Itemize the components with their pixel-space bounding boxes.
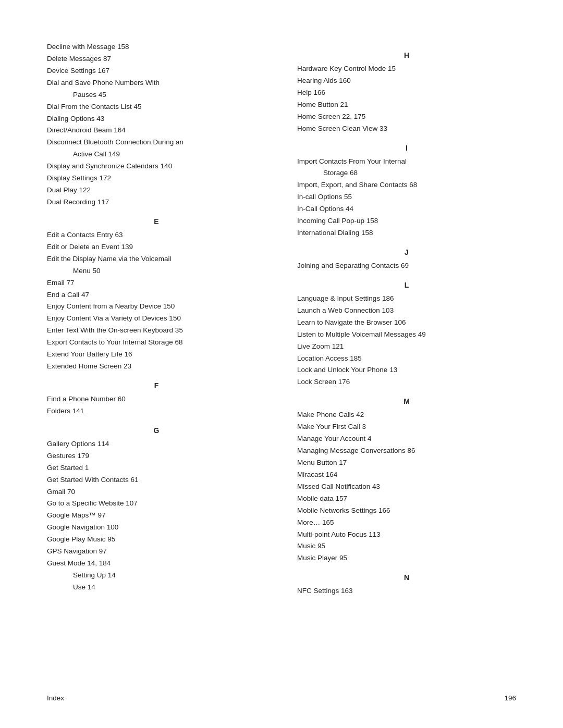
list-item: Dial and Save Phone Numbers With (47, 78, 266, 89)
right-sections: HHardware Key Control Mode 15Hearing Aid… (297, 51, 516, 597)
list-item: Use 14 (47, 582, 266, 593)
list-item: Gestures 179 (47, 451, 266, 462)
top-entries: Decline with Message 158Delete Messages … (47, 42, 266, 208)
list-item: Google Navigation 100 (47, 522, 266, 533)
list-item: Home Screen 22, 175 (297, 112, 516, 122)
list-item: Enter Text With the On-screen Keyboard 3… (47, 325, 266, 336)
list-item: Joining and Separating Contacts 69 (297, 261, 516, 272)
list-item: GPS Navigation 97 (47, 546, 266, 557)
list-item: In-Call Options 44 (297, 204, 516, 215)
section-header: F (47, 381, 266, 390)
list-item: Lock Screen 176 (297, 377, 516, 388)
list-item: Music Player 95 (297, 553, 516, 564)
list-item: Home Button 21 (297, 100, 516, 110)
left-column: Decline with Message 158Delete Messages … (47, 42, 266, 598)
list-item: Make Phone Calls 42 (297, 410, 516, 421)
list-item: International Dialing 158 (297, 228, 516, 239)
list-item: Listen to Multiple Voicemail Messages 49 (297, 329, 516, 340)
section-header: H (297, 51, 516, 59)
left-sections: EEdit a Contacts Entry 63Edit or Delete … (47, 217, 266, 593)
footer-left: Index (47, 694, 64, 702)
list-item: Dial From the Contacts List 45 (47, 102, 266, 113)
list-item: Device Settings 167 (47, 66, 266, 77)
section-header: I (297, 144, 516, 152)
list-item: Manage Your Account 4 (297, 434, 516, 445)
list-item: Storage 68 (297, 168, 516, 179)
list-item: Active Call 149 (47, 149, 266, 160)
list-item: Dialing Options 43 (47, 114, 266, 125)
list-item: Enjoy Content Via a Variety of Devices 1… (47, 313, 266, 324)
list-item: Display Settings 172 (47, 173, 266, 184)
list-item: Home Screen Clean View 33 (297, 124, 516, 134)
list-item: Language & Input Settings 186 (297, 293, 516, 304)
list-item: Miracast 164 (297, 470, 516, 480)
list-item: Dual Recording 117 (47, 197, 266, 208)
list-item: Incoming Call Pop-up 158 (297, 216, 516, 227)
list-item: Location Access 185 (297, 353, 516, 364)
list-item: Multi-point Auto Focus 113 (297, 529, 516, 540)
list-item: Dual Play 122 (47, 185, 266, 196)
list-item: Get Started 1 (47, 463, 266, 474)
list-item: Setting Up 14 (47, 570, 266, 581)
list-item: Folders 141 (47, 406, 266, 417)
list-item: Make Your First Call 3 (297, 422, 516, 433)
list-item: Menu Button 17 (297, 458, 516, 468)
footer-right: 196 (504, 694, 516, 702)
list-item: Edit the Display Name via the Voicemail (47, 254, 266, 265)
list-item: Google Play Music 95 (47, 534, 266, 545)
section-header: L (297, 281, 516, 289)
list-item: More… 165 (297, 517, 516, 528)
list-item: End a Call 47 (47, 290, 266, 301)
list-item: Decline with Message 158 (47, 42, 266, 53)
section-header: N (297, 573, 516, 582)
list-item: Email 77 (47, 278, 266, 289)
list-item: Gallery Options 114 (47, 439, 266, 450)
list-item: Import Contacts From Your Internal (297, 156, 516, 167)
list-item: In-call Options 55 (297, 192, 516, 203)
list-item: Import, Export, and Share Contacts 68 (297, 180, 516, 191)
section-header: J (297, 248, 516, 256)
list-item: Extended Home Screen 23 (47, 361, 266, 372)
list-item: Display and Synchronize Calendars 140 (47, 161, 266, 172)
right-column: HHardware Key Control Mode 15Hearing Aid… (297, 42, 516, 598)
list-item: Help 166 (297, 88, 516, 98)
list-item: Missed Call Notification 43 (297, 482, 516, 492)
list-item: Find a Phone Number 60 (47, 394, 266, 405)
list-item: Guest Mode 14, 184 (47, 558, 266, 569)
footer: Index 196 (47, 694, 516, 702)
section-header: G (47, 426, 266, 435)
section-header: M (297, 397, 516, 405)
list-item: Google Maps™ 97 (47, 510, 266, 521)
list-item: NFC Settings 163 (297, 586, 516, 597)
list-item: Delete Messages 87 (47, 54, 266, 65)
list-item: Go to a Specific Website 107 (47, 498, 266, 509)
list-item: Direct/Android Beam 164 (47, 125, 266, 136)
main-columns: Decline with Message 158Delete Messages … (47, 42, 516, 598)
list-item: Menu 50 (47, 266, 266, 277)
list-item: Enjoy Content from a Nearby Device 150 (47, 301, 266, 312)
section-header: E (47, 217, 266, 226)
list-item: Learn to Navigate the Browser 106 (297, 317, 516, 328)
list-item: Music 95 (297, 541, 516, 552)
page: Decline with Message 158Delete Messages … (0, 0, 563, 728)
list-item: Extend Your Battery Life 16 (47, 349, 266, 360)
list-item: Mobile data 157 (297, 493, 516, 504)
list-item: Export Contacts to Your Internal Storage… (47, 337, 266, 348)
list-item: Live Zoom 121 (297, 341, 516, 352)
list-item: Mobile Networks Settings 166 (297, 505, 516, 516)
list-item: Edit a Contacts Entry 63 (47, 230, 266, 241)
list-item: Managing Message Conversations 86 (297, 446, 516, 456)
list-item: Gmail 70 (47, 487, 266, 498)
list-item: Pauses 45 (47, 90, 266, 101)
list-item: Lock and Unlock Your Phone 13 (297, 365, 516, 376)
list-item: Disconnect Bluetooth Connection During a… (47, 137, 266, 148)
list-item: Get Started With Contacts 61 (47, 475, 266, 486)
list-item: Edit or Delete an Event 139 (47, 242, 266, 253)
list-item: Hardware Key Control Mode 15 (297, 64, 516, 75)
list-item: Hearing Aids 160 (297, 76, 516, 87)
list-item: Launch a Web Connection 103 (297, 305, 516, 316)
